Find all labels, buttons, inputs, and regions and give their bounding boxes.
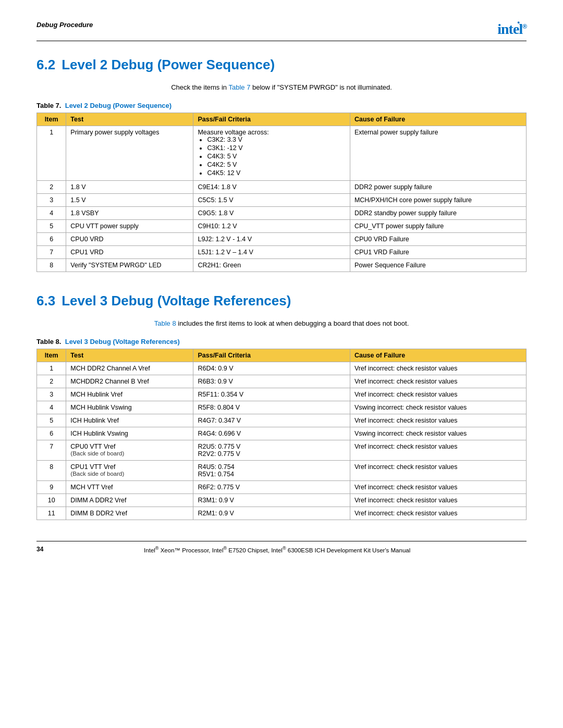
cell-test: Primary power supply voltages	[66, 126, 193, 181]
table-row: 8Verify "SYSTEM PWRGD" LEDCR2H1: GreenPo…	[37, 259, 527, 272]
table8-title: Table 8. Level 3 Debug (Voltage Referenc…	[36, 338, 527, 346]
cell-item: 9	[37, 481, 66, 494]
cell-item: 5	[37, 414, 66, 427]
cell-pass: R5F11: 0.354 V	[193, 388, 350, 401]
cell-item: 3	[37, 388, 66, 401]
cell-cause: Vref incorrect: check resistor values	[350, 414, 526, 427]
cell-item: 11	[37, 507, 66, 520]
cell-test: 1.8 VSBY	[66, 207, 193, 220]
cell-pass: R6F2: 0.775 V	[193, 481, 350, 494]
footer-text: Intel® Xeon™ Processor, Intel® E7520 Chi…	[43, 546, 511, 553]
table-row: 10DIMM A DDR2 VrefR3M1: 0.9 VVref incorr…	[37, 494, 527, 507]
page-header: Debug Procedure inte●l®	[36, 21, 527, 41]
cell-cause: Vref incorrect: check resistor values	[350, 461, 526, 481]
cell-cause: Vswing incorrect: check resistor values	[350, 401, 526, 414]
table7-link[interactable]: Table 7	[228, 83, 250, 91]
cell-pass: R6B3: 0.9 V	[193, 375, 350, 388]
cell-cause: Vref incorrect: check resistor values	[350, 494, 526, 507]
table-row: 1Primary power supply voltagesMeasure vo…	[37, 126, 527, 181]
cell-pass: R3M1: 0.9 V	[193, 494, 350, 507]
cell-pass: C9G5: 1.8 V	[193, 207, 350, 220]
cell-cause: DDR2 standby power supply failure	[350, 207, 526, 220]
table-row: 7CPU0 VTT Vref(Back side of board)R2U5: …	[37, 440, 527, 461]
cell-pass: R6D4: 0.9 V	[193, 362, 350, 375]
cell-pass: R4G4: 0.696 V	[193, 427, 350, 440]
cell-pass: R4U5: 0.754R5V1: 0.754	[193, 461, 350, 481]
cell-pass: R4G7: 0.347 V	[193, 414, 350, 427]
cell-test: CPU0 VTT Vref(Back side of board)	[66, 440, 193, 461]
table-row: 8CPU1 VTT Vref(Back side of board)R4U5: …	[37, 461, 527, 481]
cell-item: 7	[37, 440, 66, 461]
cell-test: 1.5 V	[66, 194, 193, 207]
table-row: 1MCH DDR2 Channel A VrefR6D4: 0.9 VVref …	[37, 362, 527, 375]
cell-cause: MCH/PXH/ICH core power supply failure	[350, 194, 526, 207]
cell-item: 10	[37, 494, 66, 507]
col-header-test-2: Test	[66, 349, 193, 362]
section-62-title: 6.2Level 2 Debug (Power Sequence)	[36, 57, 527, 73]
cell-item: 8	[37, 259, 66, 272]
cell-test: MCH DDR2 Channel A Vref	[66, 362, 193, 375]
table-row: 5ICH Hublink VrefR4G7: 0.347 VVref incor…	[37, 414, 527, 427]
section-63: 6.3Level 3 Debug (Voltage References) Ta…	[36, 293, 527, 520]
table-row: 21.8 VC9E14: 1.8 VDDR2 power supply fail…	[37, 181, 527, 194]
cell-cause: Vref incorrect: check resistor values	[350, 362, 526, 375]
cell-item: 4	[37, 207, 66, 220]
cell-pass: C9H10: 1.2 V	[193, 220, 350, 233]
section-62: 6.2Level 2 Debug (Power Sequence) Check …	[36, 57, 527, 272]
page-footer: 34 Intel® Xeon™ Processor, Intel® E7520 …	[36, 541, 527, 553]
cell-cause: External power supply failure	[350, 126, 526, 181]
cell-test: DIMM B DDR2 Vref	[66, 507, 193, 520]
cell-pass: C9E14: 1.8 V	[193, 181, 350, 194]
cell-test: ICH Hublink Vref	[66, 414, 193, 427]
footer-page-number: 34	[36, 546, 43, 553]
table-row: 6CPU0 VRDL9J2: 1.2 V - 1.4 VCPU0 VRD Fai…	[37, 233, 527, 246]
table7-title: Table 7. Level 2 Debug (Power Sequence)	[36, 102, 527, 109]
cell-pass: Measure voltage across:C3K2: 3.3 VC3K1: …	[193, 126, 350, 181]
col-header-cause-2: Cause of Failure	[350, 349, 526, 362]
table-row: 6ICH Hublink VswingR4G4: 0.696 VVswing i…	[37, 427, 527, 440]
table8-link[interactable]: Table 8	[154, 319, 176, 327]
cell-test: ICH Hublink Vswing	[66, 427, 193, 440]
table-row: 3MCH Hublink VrefR5F11: 0.354 VVref inco…	[37, 388, 527, 401]
cell-cause: Vref incorrect: check resistor values	[350, 507, 526, 520]
cell-test: CPU0 VRD	[66, 233, 193, 246]
cell-item: 6	[37, 427, 66, 440]
cell-cause: CPU_VTT power supply failure	[350, 220, 526, 233]
section-63-intro: Table 8 includes the first items to look…	[36, 319, 527, 327]
cell-item: 2	[37, 181, 66, 194]
cell-item: 5	[37, 220, 66, 233]
cell-cause: Vswing incorrect: check resistor values	[350, 427, 526, 440]
col-header-item-2: Item	[37, 349, 66, 362]
cell-test: CPU VTT power supply	[66, 220, 193, 233]
col-header-test: Test	[66, 113, 193, 126]
cell-pass: C5C5: 1.5 V	[193, 194, 350, 207]
section-62-intro: Check the items in Table 7 below if "SYS…	[36, 83, 527, 91]
table-row: 5CPU VTT power supplyC9H10: 1.2 VCPU_VTT…	[37, 220, 527, 233]
cell-test: CPU1 VTT Vref(Back side of board)	[66, 461, 193, 481]
cell-test: MCH Hublink Vref	[66, 388, 193, 401]
cell-test: CPU1 VRD	[66, 246, 193, 259]
table-row: 11DIMM B DDR2 VrefR2M1: 0.9 VVref incorr…	[37, 507, 527, 520]
cell-item: 3	[37, 194, 66, 207]
table-row: 2MCHDDR2 Channel B VrefR6B3: 0.9 VVref i…	[37, 375, 527, 388]
col-header-pass-2: Pass/Fail Criteria	[193, 349, 350, 362]
cell-pass: R2M1: 0.9 V	[193, 507, 350, 520]
cell-cause: CPU1 VRD Failure	[350, 246, 526, 259]
table8: Item Test Pass/Fail Criteria Cause of Fa…	[36, 349, 527, 520]
cell-test: MCH Hublink Vswing	[66, 401, 193, 414]
cell-item: 7	[37, 246, 66, 259]
cell-item: 2	[37, 375, 66, 388]
table-row: 7CPU1 VRDL5J1: 1.2 V – 1.4 VCPU1 VRD Fai…	[37, 246, 527, 259]
cell-item: 6	[37, 233, 66, 246]
col-header-pass: Pass/Fail Criteria	[193, 113, 350, 126]
cell-cause: CPU0 VRD Failure	[350, 233, 526, 246]
col-header-cause: Cause of Failure	[350, 113, 526, 126]
cell-test: MCH VTT Vref	[66, 481, 193, 494]
cell-item: 1	[37, 126, 66, 181]
table7: Item Test Pass/Fail Criteria Cause of Fa…	[36, 113, 527, 272]
cell-pass: R2U5: 0.775 VR2V2: 0.775 V	[193, 440, 350, 461]
table-row: 41.8 VSBYC9G5: 1.8 VDDR2 standby power s…	[37, 207, 527, 220]
cell-item: 1	[37, 362, 66, 375]
cell-item: 4	[37, 401, 66, 414]
section-label: Debug Procedure	[36, 21, 93, 29]
